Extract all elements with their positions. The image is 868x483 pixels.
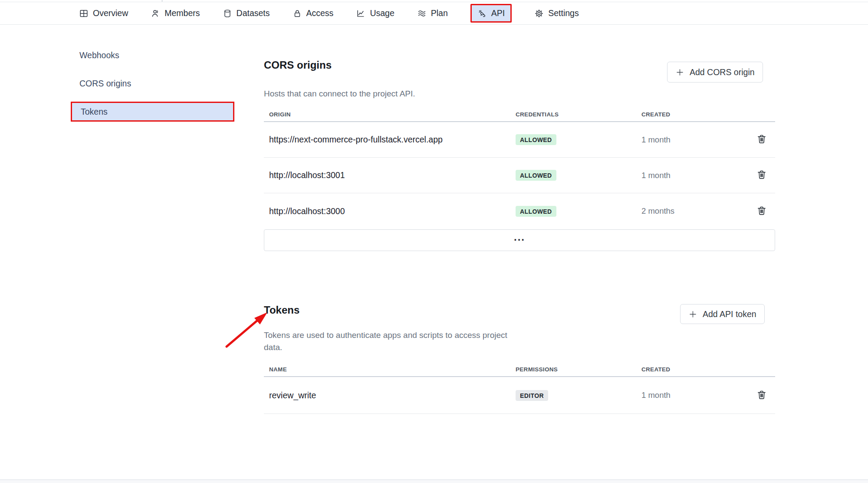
created-cell: 1 month bbox=[641, 171, 749, 180]
table-row: http://localhost:3001 ALLOWED 1 month bbox=[264, 158, 775, 193]
tab-plan[interactable]: Plan bbox=[417, 8, 448, 18]
origin-cell: https://next-commerce-pro-fullstack.verc… bbox=[264, 135, 516, 145]
tab-label: Usage bbox=[370, 8, 394, 18]
sidebar-item-tokens-selected[interactable]: Tokens bbox=[71, 102, 234, 122]
tab-label: API bbox=[491, 8, 505, 18]
cors-origins-title: CORS origins bbox=[264, 59, 332, 71]
table-row: https://next-commerce-pro-fullstack.verc… bbox=[264, 122, 775, 158]
datasets-database-icon bbox=[223, 9, 232, 18]
allowed-badge: ALLOWED bbox=[516, 206, 556, 217]
tokens-title: Tokens bbox=[264, 304, 299, 316]
settings-gear-icon bbox=[534, 9, 544, 18]
trash-icon bbox=[756, 205, 767, 217]
tab-label: Access bbox=[306, 8, 334, 18]
column-header-permissions: PERMISSIONS bbox=[516, 366, 641, 373]
table-row: review_write EDITOR 1 month bbox=[264, 377, 775, 414]
trash-icon bbox=[756, 169, 767, 181]
delete-cors-origin-button[interactable] bbox=[754, 132, 769, 148]
created-cell: 1 month bbox=[641, 390, 749, 400]
column-header-name: NAME bbox=[264, 366, 516, 373]
tab-overview[interactable]: Overview bbox=[79, 8, 128, 18]
ellipsis-label: ... bbox=[514, 231, 525, 243]
access-lock-icon bbox=[293, 9, 302, 18]
plus-icon bbox=[675, 68, 684, 77]
overview-grid-icon bbox=[79, 9, 89, 18]
created-cell: 2 months bbox=[641, 206, 749, 216]
tab-settings[interactable]: Settings bbox=[534, 8, 579, 18]
sidebar-item-label: Webhooks bbox=[79, 50, 119, 60]
tokens-subtitle: Tokens are used to authenticate apps and… bbox=[264, 329, 521, 354]
column-header-credentials: CREDENTIALS bbox=[516, 111, 641, 118]
allowed-badge: ALLOWED bbox=[516, 170, 556, 181]
add-cors-origin-button[interactable]: Add CORS origin bbox=[667, 62, 763, 83]
column-header-origin: ORIGIN bbox=[264, 111, 516, 118]
tab-members[interactable]: Members bbox=[151, 8, 200, 18]
tab-label: Settings bbox=[548, 8, 579, 18]
tab-label: Members bbox=[164, 8, 200, 18]
table-header-row: NAME PERMISSIONS CREATED bbox=[264, 363, 775, 377]
tab-usage[interactable]: Usage bbox=[356, 8, 394, 18]
table-header-row: ORIGIN CREDENTIALS CREATED bbox=[264, 108, 775, 122]
trash-icon bbox=[756, 389, 767, 401]
sidebar-item-cors-origins[interactable]: CORS origins bbox=[71, 73, 234, 93]
origin-cell: http://localhost:3000 bbox=[264, 206, 516, 216]
cors-origins-table: ORIGIN CREDENTIALS CREATED https://next-… bbox=[264, 108, 775, 229]
add-cors-origin-label: Add CORS origin bbox=[690, 67, 755, 77]
tab-label: Overview bbox=[93, 8, 128, 18]
api-settings-sidebar: Webhooks CORS origins Tokens bbox=[71, 45, 234, 130]
origin-cell: http://localhost:3001 bbox=[264, 170, 516, 180]
tab-datasets[interactable]: Datasets bbox=[223, 8, 270, 18]
tab-api-selected[interactable]: API bbox=[470, 4, 512, 23]
sidebar-item-label: Tokens bbox=[81, 107, 108, 116]
delete-token-button[interactable] bbox=[754, 387, 769, 403]
tokens-table: NAME PERMISSIONS CREATED review_write ED… bbox=[264, 363, 775, 414]
table-row: http://localhost:3000 ALLOWED 2 months bbox=[264, 193, 775, 229]
column-header-created: CREATED bbox=[641, 111, 749, 118]
column-header-created: CREATED bbox=[641, 366, 749, 373]
delete-cors-origin-button[interactable] bbox=[754, 203, 769, 219]
add-api-token-label: Add API token bbox=[703, 309, 756, 319]
trash-icon bbox=[756, 133, 767, 145]
token-name-cell: review_write bbox=[264, 390, 516, 400]
sidebar-item-label: CORS origins bbox=[79, 79, 131, 88]
add-api-token-button[interactable]: Add API token bbox=[680, 304, 765, 324]
cors-origins-subtitle: Hosts that can connect to the project AP… bbox=[264, 88, 415, 100]
editor-badge: EDITOR bbox=[516, 390, 548, 401]
tab-label: Datasets bbox=[237, 8, 270, 18]
members-person-icon bbox=[151, 9, 160, 18]
usage-chart-icon bbox=[356, 9, 365, 18]
plus-icon bbox=[688, 310, 697, 319]
project-tab-bar: Overview Members Datasets Access Usage P… bbox=[0, 2, 868, 25]
allowed-badge: ALLOWED bbox=[516, 134, 556, 145]
delete-cors-origin-button[interactable] bbox=[754, 168, 769, 183]
created-cell: 1 month bbox=[641, 135, 749, 145]
tab-label: Plan bbox=[431, 8, 448, 18]
tab-access[interactable]: Access bbox=[293, 8, 334, 18]
page-bottom-divider bbox=[0, 480, 868, 483]
show-more-origins-button[interactable]: ... bbox=[264, 229, 775, 251]
api-plug-icon bbox=[477, 9, 487, 18]
sidebar-item-webhooks[interactable]: Webhooks bbox=[71, 45, 234, 65]
plan-layers-icon bbox=[417, 9, 427, 18]
